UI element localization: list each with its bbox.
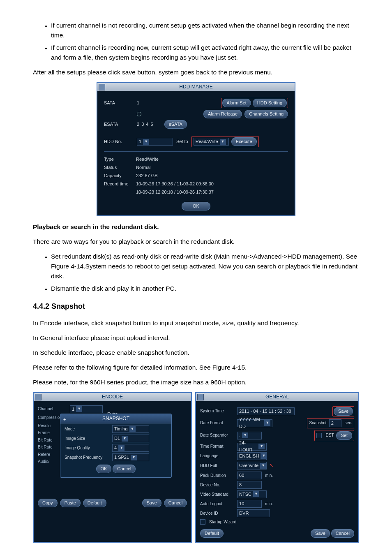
- auto-logout-input[interactable]: 10: [237, 500, 262, 508]
- chevron-down-icon: ▼: [264, 420, 270, 426]
- type-label: Type: [104, 156, 136, 163]
- snapshot-modal: SNAPSHOT ✦ Mode Timing▼ Image Size D1▼ I…: [60, 414, 172, 478]
- status-value: Normal: [136, 164, 150, 171]
- paragraph: There are two ways for you to playback o…: [33, 237, 359, 247]
- capacity-label: Capacity: [104, 172, 136, 179]
- cancel-button[interactable]: Cancel: [331, 529, 354, 538]
- default-button[interactable]: Default: [83, 499, 106, 507]
- record-time-value: 10-09-26 17:30:36 / 11-03-02 09:36:00: [136, 180, 214, 187]
- status-indicator-icon: [137, 112, 141, 116]
- chevron-down-icon: ▼: [143, 139, 149, 145]
- top-bullets: If current channel is not recording, cur…: [33, 21, 359, 62]
- dialog-titlebar: GENERAL: [196, 393, 358, 401]
- modal-icon: ✦: [63, 416, 66, 423]
- device-no-label: Device No.: [200, 482, 235, 488]
- channel-label: Channel: [38, 406, 67, 412]
- hdd-setting-button[interactable]: HDD Setting: [253, 99, 287, 107]
- device-id-input[interactable]: DVR: [237, 509, 270, 517]
- hdd-manage-dialog: HDD MANAGE SATA 1 Alarm Set HDD Setting …: [97, 82, 295, 216]
- image-size-label: Image Size: [65, 435, 110, 442]
- language-label: Language: [200, 453, 235, 459]
- mid-bullets: Set redundant disk(s) as read-only disk …: [33, 252, 359, 294]
- chevron-down-icon: ▼: [253, 491, 259, 497]
- channel-select[interactable]: 1▼: [70, 405, 103, 413]
- window-icon: [35, 394, 42, 400]
- sata-num: 1: [137, 99, 139, 106]
- system-time-label: System Time: [200, 408, 235, 414]
- chevron-down-icon: ▼: [122, 436, 128, 442]
- sata-label: SATA: [104, 99, 134, 106]
- dialog-title: GENERAL: [265, 394, 289, 400]
- paragraph: In Encode interface, click snapshot butt…: [33, 318, 359, 328]
- save-time-button[interactable]: Save: [334, 407, 353, 416]
- paragraph: In Schedule interface, please enable sna…: [33, 348, 359, 358]
- snapshot-interval-input[interactable]: 2: [329, 419, 341, 427]
- pointer-arrow-icon: ↖: [269, 461, 274, 469]
- dst-set-button[interactable]: Set: [336, 431, 352, 440]
- snapshot-frequency-select[interactable]: 1 SP2L▼: [112, 453, 149, 461]
- chevron-down-icon: ▼: [258, 444, 265, 449]
- date-format-select[interactable]: YYYY MM DD▼: [237, 419, 272, 427]
- esata-nums: 2 3 4 5: [137, 121, 154, 128]
- startup-wizard-checkbox[interactable]: [200, 519, 205, 525]
- chevron-down-icon: ▼: [261, 453, 267, 459]
- time-format-select[interactable]: 24-HOUR▼: [237, 443, 267, 451]
- window-icon: [99, 84, 105, 90]
- modal-cancel-button[interactable]: Cancel: [113, 465, 136, 473]
- cancel-button[interactable]: Cancel: [164, 499, 187, 507]
- ok-button[interactable]: OK: [182, 202, 210, 210]
- execute-button[interactable]: Execute: [231, 137, 257, 146]
- save-button[interactable]: Save: [311, 529, 330, 538]
- image-size-select[interactable]: D1▼: [112, 435, 149, 442]
- pack-duration-input[interactable]: 60: [237, 472, 262, 479]
- mode-select[interactable]: Timing▼: [112, 425, 149, 433]
- dialog-titlebar: ENCODE: [34, 393, 191, 401]
- dialog-title: HDD MANAGE: [179, 84, 212, 90]
- dialog-titlebar: HDD MANAGE: [97, 83, 295, 91]
- chevron-down-icon: ▼: [242, 432, 248, 438]
- chevron-down-icon: ▼: [131, 455, 137, 460]
- chevron-down-icon: ▼: [118, 445, 125, 451]
- video-standard-label: Video Standard: [200, 491, 235, 498]
- date-separator-select[interactable]: .▼: [237, 432, 262, 439]
- pack-duration-label: Pack Duration: [200, 472, 235, 479]
- list-item: If current channel is not recording, cur…: [51, 21, 359, 40]
- paragraph: Please refer to the following figure for…: [33, 363, 359, 372]
- image-quality-label: Image Quality: [65, 445, 110, 451]
- video-standard-select[interactable]: NTSC▼: [237, 490, 267, 498]
- chevron-down-icon: ▼: [260, 463, 266, 469]
- system-time-input[interactable]: 2011 - 04 - 15 11 : 52 : 38: [237, 407, 295, 415]
- device-id-label: Device ID: [200, 510, 235, 517]
- paragraph: After all the setups please click save b…: [33, 67, 359, 77]
- hdd-full-select[interactable]: Overwrite▼: [237, 462, 267, 469]
- modal-ok-button[interactable]: OK: [96, 465, 112, 473]
- copy-button[interactable]: Copy: [38, 499, 58, 507]
- paste-button[interactable]: Paste: [60, 499, 81, 507]
- section-heading: 4.4.2 Snapshot: [33, 301, 359, 312]
- date-separator-label: Date Separator: [200, 432, 235, 439]
- date-format-label: Date Format: [200, 420, 235, 426]
- sec-label: sec.: [345, 420, 352, 426]
- startup-wizard-label: Startup Wizard: [209, 519, 236, 525]
- chevron-down-icon: ▼: [76, 406, 82, 412]
- min-label: min.: [265, 472, 273, 479]
- paragraph: Please note, for the 960H series product…: [33, 377, 359, 387]
- dst-checkbox[interactable]: [316, 433, 322, 438]
- save-button[interactable]: Save: [142, 499, 161, 507]
- subheading: Playback or search in the redundant disk…: [33, 222, 359, 232]
- paragraph: In General interface please input upload…: [33, 333, 359, 343]
- alarm-set-button[interactable]: Alarm Set: [222, 99, 251, 107]
- alarm-release-button[interactable]: Alarm Release: [203, 110, 242, 118]
- esata-button[interactable]: eSATA: [164, 120, 187, 129]
- dst-label: DST: [325, 432, 334, 439]
- snapshot-frequency-label: Snapshot Frequency: [65, 454, 110, 461]
- device-no-input[interactable]: 8: [237, 481, 262, 489]
- language-select[interactable]: ENGLISH▼: [237, 452, 267, 460]
- image-quality-select[interactable]: 4▼: [112, 444, 149, 452]
- channels-setting-button[interactable]: Channels Setting: [244, 110, 288, 118]
- hdd-no-select[interactable]: 1 ▼: [137, 138, 173, 146]
- chevron-down-icon: ▼: [220, 139, 226, 145]
- default-button[interactable]: Default: [200, 529, 224, 538]
- set-to-select[interactable]: Read/Write ▼: [194, 138, 229, 146]
- hdd-no-label: HDD No.: [104, 138, 134, 145]
